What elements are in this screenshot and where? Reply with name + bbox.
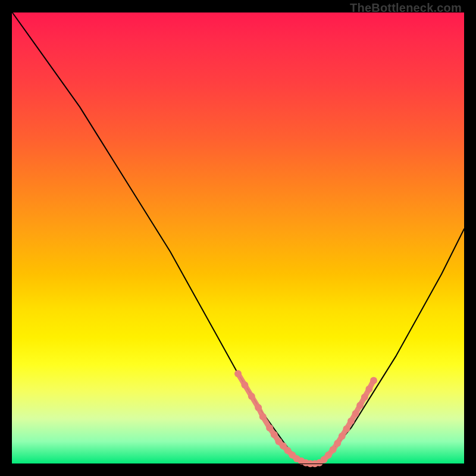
- highlight-dot: [259, 413, 267, 420]
- highlight-dot: [361, 394, 368, 401]
- highlight-dot: [352, 410, 359, 417]
- highlight-dot: [334, 440, 341, 447]
- highlight-dot: [271, 431, 278, 439]
- highlight-dot: [234, 370, 242, 377]
- curve-path: [12, 12, 464, 464]
- highlight-dot: [241, 381, 248, 389]
- highlight-dot: [347, 418, 355, 425]
- highlight-segment: [238, 374, 320, 464]
- highlight-dot: [356, 402, 364, 409]
- highlight-dot: [365, 386, 372, 393]
- highlight-dot: [370, 377, 377, 384]
- bottleneck-curve: [12, 12, 464, 464]
- highlight-dot: [339, 433, 346, 440]
- highlight-dot: [266, 424, 273, 431]
- highlight-dot: [330, 446, 337, 453]
- highlight-dot: [248, 393, 255, 400]
- plot-area: [12, 12, 464, 464]
- chart-stage: TheBottleneck.com: [0, 0, 476, 476]
- highlight-dot: [343, 425, 350, 433]
- highlight-dot: [255, 404, 262, 411]
